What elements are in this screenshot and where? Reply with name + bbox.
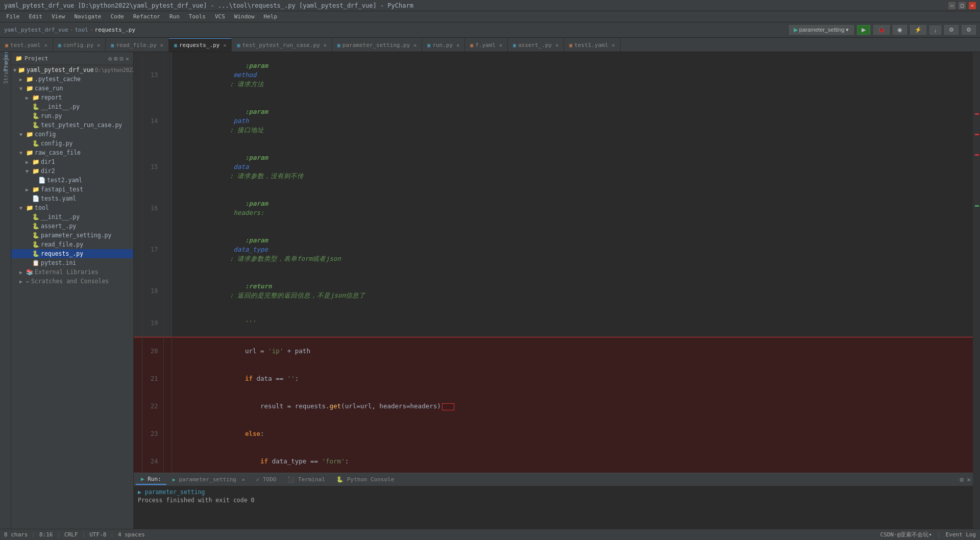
tree-tests-yaml[interactable]: ▶ 📄 tests.yaml xyxy=(11,194,133,203)
tab-close-test-run-case-py[interactable]: ✕ xyxy=(324,42,327,48)
tree-raw-case-file[interactable]: ▼ 📁 raw_case_file xyxy=(11,148,133,157)
menu-navigate[interactable]: Navigate xyxy=(70,12,106,21)
settings-small-icon[interactable]: ⚙ xyxy=(960,476,964,483)
bottom-tab-todo[interactable]: ✓ TODO xyxy=(251,475,282,484)
bottom-tab-terminal[interactable]: ⬛ Terminal xyxy=(282,475,330,484)
breadcrumb-project[interactable]: yaml_pytest_drf_vue xyxy=(4,27,68,33)
debug-button[interactable]: 🐞 xyxy=(873,25,890,35)
menu-file[interactable]: File xyxy=(2,12,24,21)
tab-close-assert-py[interactable]: ✕ xyxy=(555,42,558,48)
close-panel-icon[interactable]: ✕ xyxy=(967,476,971,483)
tab-close-f-yaml[interactable]: ✕ xyxy=(499,42,502,48)
tab-test1-yaml[interactable]: ▣ test1.yaml ✕ xyxy=(564,38,620,52)
menu-run[interactable]: Run xyxy=(165,12,184,21)
update-button[interactable]: ↓ xyxy=(929,26,942,35)
tab-test-yaml[interactable]: ▣ test.yaml ✕ xyxy=(0,38,53,52)
tree-report[interactable]: ▶ 📁 report xyxy=(11,93,133,102)
tab-close-parameter-setting-py[interactable]: ✕ xyxy=(413,42,416,48)
tab-close-config-py[interactable]: ✕ xyxy=(97,42,100,48)
code-line[interactable]: ''' xyxy=(172,309,973,337)
tree-run-py[interactable]: ▶ 🐍 run.py xyxy=(11,111,133,120)
tab-assert-py[interactable]: ▣ assert_.py ✕ xyxy=(508,38,564,52)
run-config-button[interactable]: ▶ parameter_setting ▾ xyxy=(789,25,854,35)
profile-button[interactable]: ⚡ xyxy=(910,25,926,35)
tree-pytest-cache[interactable]: ▶ 📁 .pytest_cache xyxy=(11,75,133,84)
code-line[interactable]: if data == '': xyxy=(172,365,973,392)
code-line[interactable]: result = requests.get(url=url, headers=h… xyxy=(172,392,973,420)
tree-read-file-py[interactable]: ▶ 🐍 read_file.py xyxy=(11,240,133,249)
tree-case-run[interactable]: ▼ 📁 case_run xyxy=(11,84,133,93)
tree-dir2[interactable]: ▼ 📁 dir2 xyxy=(11,166,133,176)
tab-run-py[interactable]: ▣ run.py ✕ xyxy=(422,38,465,52)
menu-refactor[interactable]: Refactor xyxy=(129,12,164,21)
structure-tool-icon[interactable]: Structure xyxy=(1,65,10,75)
menu-view[interactable]: View xyxy=(47,12,69,21)
status-position: 8:16 xyxy=(39,531,53,538)
code-line[interactable]: :return : 返回的是完整的返回信息，不是json信息了 xyxy=(172,273,973,309)
maximize-button[interactable]: □ xyxy=(959,2,966,9)
menu-edit[interactable]: Edit xyxy=(25,12,47,21)
breadcrumb-tool[interactable]: tool xyxy=(75,27,88,33)
tree-requests-py[interactable]: ▶ 🐍 requests_.py xyxy=(11,249,133,258)
menu-help[interactable]: Help xyxy=(260,12,282,21)
bottom-tab-run[interactable]: ▶ Run: xyxy=(136,474,166,485)
menu-tools[interactable]: Tools xyxy=(185,12,210,21)
coverage-button[interactable]: ◉ xyxy=(893,25,907,35)
status-branch[interactable]: CSDN·@亚索不会玩▾ xyxy=(880,531,932,538)
tab-close-read-file-py[interactable]: ✕ xyxy=(160,42,163,48)
tree-config-py[interactable]: ▶ 🐍 config.py xyxy=(11,139,133,148)
search-everywhere-button[interactable]: ⚙ xyxy=(944,25,959,35)
code-line[interactable]: :param path : 接口地址 xyxy=(172,98,973,144)
tab-close-test1-yaml[interactable]: ✕ xyxy=(612,42,615,48)
tab-parameter-setting-py[interactable]: ▣ parameter_setting.py ✕ xyxy=(332,38,423,52)
menu-vcs[interactable]: VCS xyxy=(211,12,229,21)
tab-close-run-py[interactable]: ✕ xyxy=(456,42,459,48)
code-line[interactable]: else: xyxy=(172,420,973,448)
menu-code[interactable]: Code xyxy=(106,12,128,21)
bottom-tab-parameter-setting[interactable]: ▶ parameter_setting ✕ xyxy=(167,475,250,484)
tab-test-run-case-py[interactable]: ▣ test_pytest_run_case.py ✕ xyxy=(232,38,332,52)
run-button[interactable]: ▶ xyxy=(857,25,870,35)
tab-close-requests-py[interactable]: ✕ xyxy=(223,42,226,48)
tree-config-py-label: config.py xyxy=(41,140,72,147)
breadcrumb-file[interactable]: requests_.py xyxy=(95,27,135,33)
tab-close-test-yaml[interactable]: ✕ xyxy=(44,42,47,48)
tree-test-run-case-py[interactable]: ▶ 🐍 test_pytest_run_case.py xyxy=(11,120,133,130)
code-line[interactable]: :param method : 请求方法 xyxy=(172,52,973,98)
code-line[interactable]: :param data : 请求参数，没有则不传 xyxy=(172,144,973,190)
tree-dir1[interactable]: ▶ 📁 dir1 xyxy=(11,157,133,166)
code-line[interactable]: :param headers: xyxy=(172,190,973,227)
panel-collapse-icon[interactable]: ⊟ xyxy=(120,55,124,62)
settings-button[interactable]: ⚙ xyxy=(962,25,976,35)
panel-expand-icon[interactable]: ⊞ xyxy=(114,55,117,62)
menu-window[interactable]: Window xyxy=(230,12,259,21)
code-line[interactable]: url = 'ip' + path xyxy=(172,337,973,365)
tree-tool[interactable]: ▼ 📁 tool xyxy=(11,203,133,212)
tree-config[interactable]: ▼ 📁 config xyxy=(11,130,133,139)
tree-external-libs[interactable]: ▶ 📚 External Libraries xyxy=(11,267,133,277)
tree-root[interactable]: ▼ 📁 yaml_pytest_drf_vue D:\python2022\ xyxy=(11,65,133,75)
code-line[interactable]: :param data_type : 请求参数类型，表单form或者json xyxy=(172,227,973,273)
tab-f-yaml[interactable]: ▣ f.yaml ✕ xyxy=(465,38,508,52)
bottom-tab-python-console[interactable]: 🐍 Python Console xyxy=(331,475,399,484)
panel-close-icon[interactable]: ✕ xyxy=(126,55,129,62)
tree-pytest-ini[interactable]: ▶ 📋 pytest.ini xyxy=(11,258,133,267)
tab-read-file-py[interactable]: ▣ read_file.py ✕ xyxy=(106,38,169,52)
status-event-log[interactable]: Event Log xyxy=(945,531,976,538)
close-button[interactable]: ✕ xyxy=(969,2,976,9)
tree-init-py-case[interactable]: ▶ 🐍 __init__.py xyxy=(11,102,133,111)
tree-fastapi-test[interactable]: ▶ 📁 fastapi_test xyxy=(11,185,133,194)
code-editor[interactable]: 13 :param method : 请求方法 14 xyxy=(134,52,973,473)
project-panel-title: Project xyxy=(24,55,48,62)
tab-config-py[interactable]: ▣ config.py ✕ xyxy=(53,38,106,52)
tree-scratches[interactable]: ▶ ✏️ Scratches and Consoles xyxy=(11,277,133,286)
bottom-tab-close-icon[interactable]: ✕ xyxy=(242,477,245,482)
minimize-button[interactable]: — xyxy=(948,2,955,9)
tree-test2-yaml[interactable]: ▶ 📄 test2.yaml xyxy=(11,176,133,185)
tree-assert-py[interactable]: ▶ 🐍 assert_.py xyxy=(11,222,133,231)
tree-parameter-setting-py[interactable]: ▶ 🐍 parameter_setting.py xyxy=(11,231,133,240)
panel-settings-icon[interactable]: ⚙ xyxy=(108,55,112,62)
tree-init-py-tool[interactable]: ▶ 🐍 __init__.py xyxy=(11,212,133,222)
tab-requests-py[interactable]: ▣ requests_.py ✕ xyxy=(169,38,232,52)
code-line[interactable]: if data_type == 'form': xyxy=(172,448,973,473)
